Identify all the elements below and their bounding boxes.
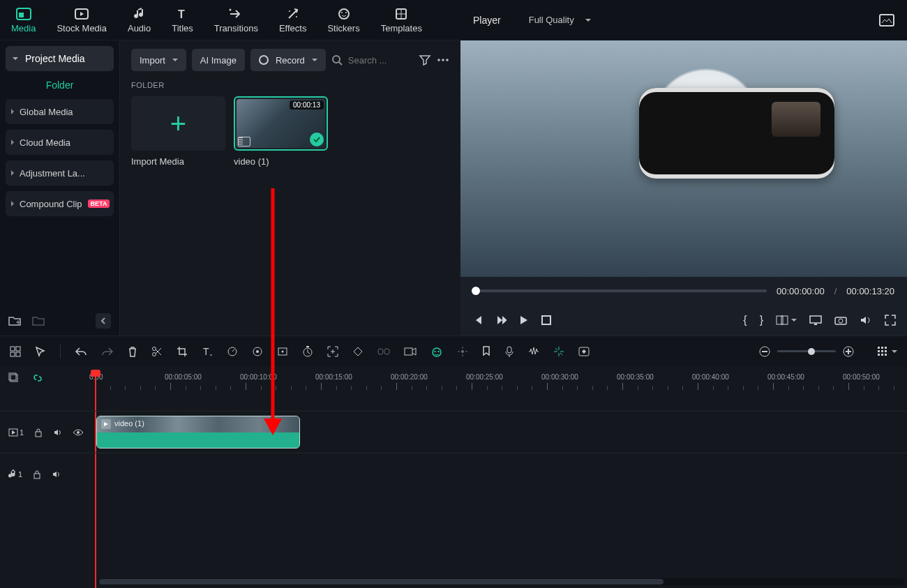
select-tool-icon[interactable] <box>35 346 46 357</box>
audio-icon <box>132 7 147 21</box>
keyframe-add-icon[interactable] <box>578 347 590 356</box>
prev-frame-button[interactable] <box>472 315 483 326</box>
redo-button[interactable] <box>101 347 114 356</box>
new-folder-icon[interactable] <box>8 315 21 326</box>
sparkle-icon[interactable] <box>457 346 468 357</box>
mark-in-button[interactable]: { <box>743 314 747 326</box>
play-forward-button[interactable] <box>495 315 507 326</box>
ai-robot-icon[interactable] <box>430 346 443 357</box>
marker-icon[interactable] <box>482 346 490 357</box>
tab-transitions[interactable]: Transitions <box>210 4 262 36</box>
more-menu-icon[interactable] <box>437 58 449 62</box>
sidebar-item-global-media[interactable]: Global Media <box>6 99 114 124</box>
tab-stickers[interactable]: Stickers <box>323 4 363 36</box>
text-button[interactable]: T <box>202 346 213 357</box>
enhance-icon[interactable] <box>553 346 564 357</box>
link-timeline-icon[interactable] <box>32 372 43 384</box>
mute-track-icon[interactable] <box>53 428 63 437</box>
project-media-dropdown[interactable]: Project Media <box>6 46 114 71</box>
collapse-sidebar-button[interactable] <box>96 313 111 329</box>
import-media-card[interactable]: + Import Media <box>131 96 225 167</box>
sidebar-item-compound-clip[interactable]: Compound ClipBETA <box>6 191 114 216</box>
svg-marker-82 <box>12 430 15 435</box>
tab-templates[interactable]: Templates <box>377 4 426 36</box>
ai-image-button[interactable]: AI Image <box>192 49 245 71</box>
timeline-clip[interactable]: video (1) <box>96 416 300 448</box>
visibility-icon[interactable] <box>73 428 84 437</box>
mute-track-icon[interactable] <box>52 469 61 479</box>
crop-ratio-button[interactable] <box>776 315 797 325</box>
duration-icon[interactable] <box>302 346 313 357</box>
color-button[interactable] <box>252 346 263 357</box>
svg-rect-75 <box>885 350 887 352</box>
sidebar-item-cloud-media[interactable]: Cloud Media <box>6 130 114 155</box>
delete-button[interactable] <box>128 346 137 357</box>
undo-button[interactable] <box>75 347 87 356</box>
tab-titles[interactable]: T Titles <box>167 4 197 36</box>
timeline-ruler[interactable]: 0:0000:00:05:0000:00:10:0000:00:15:0000:… <box>95 373 907 404</box>
sidebar-item-label: Adjustment La... <box>20 168 85 179</box>
stop-button[interactable] <box>541 315 551 325</box>
keyframe-toggle-icon[interactable] <box>277 346 288 357</box>
mic-icon[interactable] <box>504 346 514 357</box>
lock-track-icon[interactable] <box>33 428 43 437</box>
quality-value: Full Quality <box>529 15 574 25</box>
chevron-right-icon <box>11 201 14 206</box>
focus-icon[interactable] <box>327 346 338 357</box>
scrub-bar[interactable] <box>473 289 767 292</box>
record-button[interactable]: Record <box>250 49 326 71</box>
snapshot-button[interactable] <box>834 315 847 325</box>
chevron-right-icon <box>11 109 14 114</box>
timeline: 0:0000:00:05:0000:00:10:0000:00:15:0000:… <box>0 366 907 588</box>
tab-label: Stock Media <box>57 23 107 33</box>
tab-media[interactable]: Media <box>7 4 40 36</box>
copy-timeline-icon[interactable] <box>8 372 20 384</box>
sidebar-item-adjustment-layer[interactable]: Adjustment La... <box>6 160 114 186</box>
tab-audio[interactable]: Audio <box>123 4 155 36</box>
svg-rect-31 <box>10 352 15 356</box>
search-input[interactable] <box>348 55 413 66</box>
svg-rect-30 <box>16 347 20 351</box>
svg-rect-48 <box>405 348 412 355</box>
filter-icon[interactable] <box>419 54 431 66</box>
svg-point-9 <box>341 12 343 13</box>
zoom-in-button[interactable] <box>843 346 854 357</box>
tab-label: Effects <box>279 23 307 33</box>
media-clip-card[interactable]: 00:00:13 video (1) <box>234 96 328 167</box>
delete-folder-icon[interactable] <box>32 315 45 326</box>
view-mode-icon[interactable] <box>878 347 897 356</box>
folder-tab[interactable]: Folder <box>6 71 114 99</box>
keyframe-diamond-icon[interactable] <box>352 346 363 357</box>
tab-stock-media[interactable]: Stock Media <box>52 4 111 36</box>
quality-select[interactable]: Full Quality <box>529 15 591 25</box>
fullscreen-button[interactable] <box>885 315 896 326</box>
chevron-down-icon <box>312 59 317 61</box>
svg-point-28 <box>839 319 843 323</box>
zoom-out-button[interactable] <box>759 346 770 357</box>
video-preview[interactable] <box>460 40 907 277</box>
tab-label: Transitions <box>214 23 258 33</box>
split-button[interactable] <box>151 346 163 357</box>
link-icon[interactable] <box>377 347 390 356</box>
ruler-tick-label: 00:00:05:00 <box>165 373 202 381</box>
audio-wave-icon[interactable] <box>528 347 539 356</box>
display-button[interactable] <box>809 315 822 325</box>
chevron-right-icon <box>11 140 14 145</box>
mark-out-button[interactable]: } <box>760 314 763 326</box>
svg-rect-74 <box>881 350 883 352</box>
volume-button[interactable] <box>860 315 872 326</box>
crop-button[interactable] <box>177 346 188 357</box>
camera-icon[interactable] <box>404 347 417 356</box>
svg-rect-76 <box>878 354 880 356</box>
zoom-slider[interactable] <box>777 350 836 352</box>
snapshot-settings-icon[interactable] <box>879 14 894 27</box>
play-button[interactable] <box>519 315 529 326</box>
tab-label: Stickers <box>327 23 359 33</box>
layout-icon[interactable] <box>10 346 21 357</box>
timeline-toolbar: T <box>0 336 907 366</box>
lock-track-icon[interactable] <box>32 469 42 479</box>
tab-effects[interactable]: Effects <box>275 4 311 36</box>
timeline-scrollbar[interactable] <box>98 578 904 585</box>
import-button[interactable]: Import <box>131 49 186 71</box>
speed-button[interactable] <box>227 346 238 357</box>
